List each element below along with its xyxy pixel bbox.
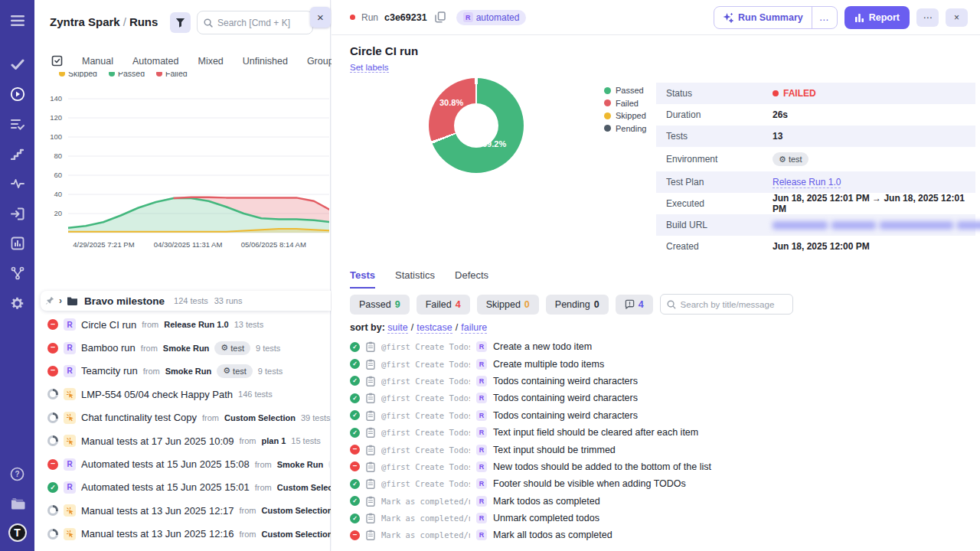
- tab-automated[interactable]: Automated: [132, 56, 178, 67]
- test-row[interactable]: @first Create Todos… R Text input field …: [332, 424, 980, 441]
- pin-icon[interactable]: [45, 296, 54, 305]
- build-url-redacted[interactable]: [773, 221, 980, 230]
- test-row[interactable]: Mark as completed/n… R Mark all todos as…: [332, 527, 980, 543]
- milestones-icon[interactable]: [8, 144, 28, 164]
- tab-statistics[interactable]: Statistics: [395, 269, 435, 289]
- run-row[interactable]: Manual tests at 13 Jun 2025 12:16 from C…: [34, 523, 331, 546]
- projects-icon[interactable]: [8, 494, 28, 514]
- tab-manual[interactable]: Manual: [82, 56, 113, 67]
- tab-tests[interactable]: Tests: [350, 269, 375, 289]
- sort-row: sort by: suite/testcase/failure: [350, 322, 487, 333]
- run-summary-button[interactable]: Run Summary …: [714, 6, 838, 29]
- run-row[interactable]: R Automated tests at 15 Jun 2025 15:08 f…: [34, 452, 331, 475]
- run-row[interactable]: Manual tests at 13 Jun 2025 12:17 from C…: [34, 499, 331, 522]
- menu-icon[interactable]: [8, 11, 28, 31]
- sort-by-testcase[interactable]: testcase: [416, 322, 452, 334]
- run-row[interactable]: Chat functinality test Copy from Custom …: [34, 406, 331, 429]
- test-row[interactable]: @first Create Todos… R Text input should…: [332, 441, 980, 458]
- milestone-tests-count: 124 tests: [174, 296, 208, 305]
- detail-row-build-url: Build URL: [656, 214, 975, 236]
- test-row[interactable]: Mark as completed/n… R Mark todos as com…: [332, 493, 980, 510]
- tests-list: @first Create Todos… R Create a new todo…: [332, 338, 980, 544]
- donut-legend: Passed Failed Skipped Pending: [604, 84, 646, 135]
- run-row[interactable]: R Circle CI run from Release Run 1.0 13 …: [34, 313, 331, 336]
- results-donut-chart: 30.8% 69.2%: [429, 78, 524, 173]
- test-row[interactable]: @first Create Todos… R Todos containing …: [332, 373, 980, 390]
- panel-close-button[interactable]: ×: [310, 7, 331, 28]
- run-from-label: from: [143, 367, 160, 376]
- run-row[interactable]: R Automated tests at 15 Jun 2025 15:01 f…: [34, 476, 331, 499]
- run-summary-more[interactable]: …: [812, 7, 837, 28]
- analytics-icon[interactable]: [8, 174, 28, 194]
- test-row[interactable]: @first Create Todos… R Create multiple t…: [332, 355, 980, 372]
- gear-icon: ⚙: [779, 155, 786, 164]
- tab-defects[interactable]: Defects: [455, 269, 488, 289]
- run-row[interactable]: R Teamcity run from Smoke Run ⚙test 9 te…: [34, 360, 331, 383]
- runs-panel: Zyntra Spark/Runs × Manual Automated Mix…: [34, 0, 331, 551]
- runs-search-input[interactable]: [217, 18, 302, 28]
- test-row[interactable]: Mark as completed/n… R Unmark completed …: [332, 510, 980, 527]
- milestone-row[interactable]: › Bravo milestone 124 tests 33 runs: [41, 291, 331, 311]
- close-icon: ×: [317, 11, 324, 24]
- run-row[interactable]: Manual tests at 17 Jun 2025 10:09 from p…: [34, 429, 331, 452]
- chip-passed[interactable]: Passed9: [350, 295, 410, 315]
- automated-icon: R: [476, 496, 487, 507]
- automated-run-icon: R: [64, 481, 76, 494]
- breadcrumb-project[interactable]: Zyntra Spark: [50, 15, 120, 28]
- settings-icon[interactable]: [8, 293, 28, 313]
- app-logo[interactable]: T: [8, 523, 27, 542]
- test-plans-icon[interactable]: [8, 114, 28, 134]
- legend-passed: Passed: [616, 86, 644, 95]
- failed-dot-icon: [350, 15, 355, 20]
- run-from-label: from: [239, 506, 256, 515]
- test-row[interactable]: @first Create Todos… R Footer should be …: [332, 475, 980, 492]
- tests-search[interactable]: [660, 294, 793, 315]
- run-tests-count: 9 tests: [256, 344, 280, 353]
- run-row[interactable]: R Bamboo run from Smoke Run ⚙test 9 test…: [34, 336, 331, 359]
- copy-icon[interactable]: [435, 11, 446, 23]
- sort-by-failure[interactable]: failure: [461, 322, 487, 334]
- clipboard-icon: [366, 496, 375, 507]
- chip-failed[interactable]: Failed4: [416, 295, 470, 315]
- reports-icon[interactable]: [8, 233, 28, 253]
- test-row[interactable]: @first Create Todos… R Todos containing …: [332, 390, 980, 406]
- run-row[interactable]: LMP-554 05/04 check Happy Path 146 tests: [34, 383, 331, 406]
- expand-chevron-icon[interactable]: ›: [59, 295, 62, 306]
- run-tests-count: 9 tests: [258, 367, 283, 376]
- set-labels-link[interactable]: Set labels: [350, 63, 389, 73]
- test-suite: Mark as completed/n…: [381, 514, 470, 523]
- import-icon[interactable]: [8, 204, 28, 223]
- search-icon: [204, 18, 213, 28]
- help-icon[interactable]: ?: [8, 464, 28, 484]
- breadcrumb: Zyntra Spark/Runs: [50, 15, 158, 28]
- runs-search[interactable]: [197, 11, 313, 34]
- select-all-icon[interactable]: [51, 55, 63, 67]
- more-button[interactable]: ⋯: [916, 8, 939, 27]
- test-plan-link[interactable]: Release Run 1.0: [773, 177, 841, 188]
- test-row[interactable]: @first Create Todos… R Todos containing …: [332, 407, 980, 424]
- sort-by-suite[interactable]: suite: [387, 322, 407, 334]
- comments-count: 4: [639, 299, 644, 310]
- test-status-icon: [350, 428, 360, 438]
- clipboard-icon: [366, 393, 375, 403]
- test-row[interactable]: @first Create Todos… R New todos should …: [332, 458, 980, 475]
- environment-badge: ⚙test: [217, 364, 253, 378]
- run-name: Manual tests at 13 Jun 2025 12:17: [81, 505, 234, 517]
- runs-icon[interactable]: [8, 84, 28, 104]
- test-row[interactable]: @first Create Todos… R Create a new todo…: [332, 338, 980, 355]
- comment-icon: [625, 299, 635, 309]
- run-name: Teamcity run: [81, 365, 138, 377]
- legend-skipped: Skipped: [68, 72, 97, 77]
- tests-icon[interactable]: [8, 54, 28, 74]
- tab-unfinished[interactable]: Unfinished: [243, 56, 288, 67]
- filter-button[interactable]: [170, 12, 191, 33]
- tab-mixed[interactable]: Mixed: [198, 56, 223, 67]
- test-suite: @first Create Todos…: [381, 411, 470, 420]
- chip-comments[interactable]: 4: [616, 295, 653, 315]
- tests-search-input[interactable]: [681, 300, 786, 309]
- chip-skipped[interactable]: Skipped0: [477, 295, 539, 315]
- detail-close-button[interactable]: ×: [946, 8, 968, 27]
- chip-pending[interactable]: Pending0: [546, 295, 609, 315]
- branch-icon[interactable]: [8, 263, 28, 283]
- report-button[interactable]: Report: [844, 6, 910, 29]
